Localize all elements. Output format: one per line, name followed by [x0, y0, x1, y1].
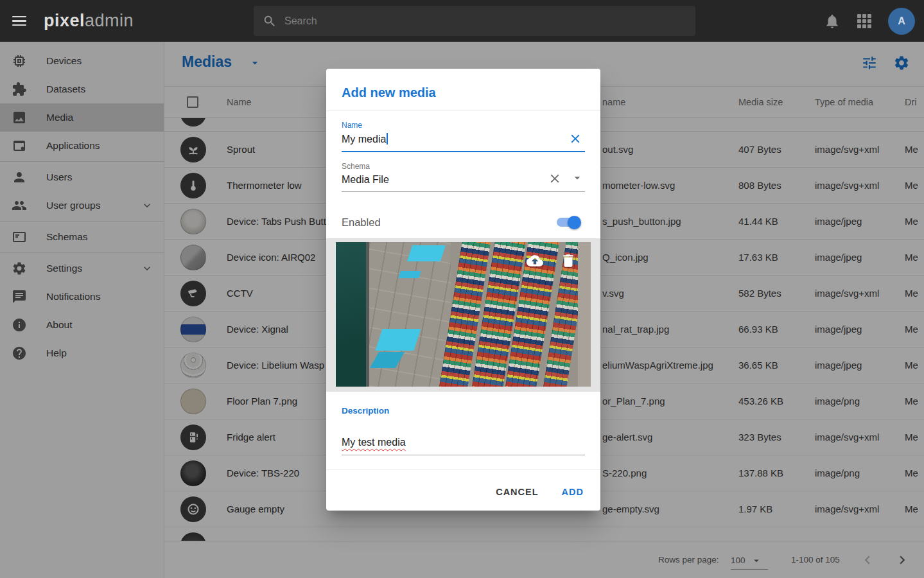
user-avatar[interactable]: A	[888, 8, 915, 35]
enabled-label: Enabled	[342, 216, 381, 229]
search-icon	[263, 14, 277, 28]
name-input[interactable]: My media	[342, 133, 585, 152]
brand-light: admin	[85, 11, 134, 30]
description-label: Description	[342, 406, 585, 416]
menu-icon[interactable]	[6, 8, 32, 34]
text-cursor	[387, 133, 388, 144]
add-media-dialog: Add new media Name My media Schema Media…	[326, 69, 600, 511]
apps-grid-icon[interactable]	[857, 14, 871, 28]
search-input[interactable]	[284, 15, 686, 27]
global-search[interactable]	[254, 6, 695, 36]
enabled-toggle[interactable]	[557, 215, 581, 229]
name-field-label: Name	[342, 121, 585, 130]
enabled-row: Enabled	[342, 215, 585, 229]
cancel-button[interactable]: CANCEL	[496, 487, 538, 497]
dialog-title: Add new media	[326, 69, 600, 111]
canopy-roof	[376, 329, 421, 351]
harbor-water	[336, 242, 369, 387]
app-logo: pixeladmin	[44, 11, 134, 31]
canopy-roof	[398, 271, 421, 278]
schema-field: Schema Media File	[342, 162, 585, 192]
schema-field-label: Schema	[342, 162, 585, 171]
app-header: pixeladmin A	[0, 0, 924, 42]
clear-name-icon[interactable]	[568, 132, 582, 146]
dialog-actions: CANCEL ADD	[326, 469, 600, 511]
upload-cloud-icon[interactable]	[527, 252, 543, 269]
schema-dropdown-caret-icon[interactable]	[571, 171, 584, 184]
description-input[interactable]: My test media	[342, 437, 585, 455]
add-button[interactable]: ADD	[562, 487, 584, 497]
name-field: Name My media	[342, 121, 585, 152]
brand-bold: pixel	[44, 11, 85, 30]
delete-trash-icon[interactable]	[560, 252, 577, 269]
media-preview-image	[336, 242, 591, 387]
canopy-roof	[407, 245, 446, 261]
clear-schema-icon[interactable]	[548, 171, 562, 186]
preview-band	[326, 238, 600, 392]
container-yard-edge	[578, 242, 591, 387]
notifications-bell-icon[interactable]	[824, 13, 841, 30]
